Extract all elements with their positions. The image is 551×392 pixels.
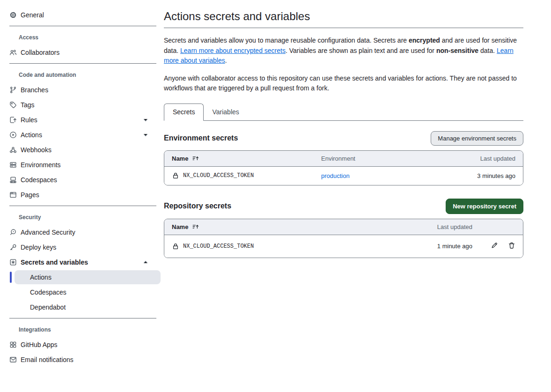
- sidebar-item-environments[interactable]: Environments: [0, 157, 164, 172]
- sidebar-item-label: Environments: [21, 161, 61, 169]
- gear-icon: [9, 11, 17, 19]
- sidebar-item-label: Dependabot: [30, 303, 66, 311]
- sidebar-section-security: Security: [19, 214, 164, 221]
- rules-icon: [9, 116, 17, 124]
- text-segment: . Variables are shown as plain text and …: [286, 47, 436, 54]
- sidebar-item-label: Deploy keys: [21, 244, 56, 251]
- column-header-name[interactable]: Name: [172, 155, 321, 162]
- lock-icon: [172, 172, 179, 179]
- sidebar-item-general[interactable]: General: [0, 7, 164, 22]
- secret-name: NX_CLOUD_ACCESS_TOKEN: [183, 172, 254, 179]
- sidebar-item-label: Email notifications: [21, 356, 73, 363]
- sidebar-item-label: Codespaces: [30, 288, 66, 296]
- server-icon: [9, 161, 17, 169]
- sidebar-item-codespaces[interactable]: Codespaces: [0, 172, 164, 187]
- divider: [9, 63, 156, 64]
- divider: [9, 26, 156, 26]
- sidebar-subitem-codespaces[interactable]: Codespaces: [0, 285, 164, 300]
- last-updated: 1 minute ago: [402, 243, 472, 250]
- sidebar-item-secrets-and-variables[interactable]: Secrets and variables: [0, 255, 164, 270]
- column-label: Name: [172, 223, 188, 230]
- sidebar-item-tags[interactable]: Tags: [0, 97, 164, 112]
- table-header-row: Name Environment Last updated: [164, 151, 523, 167]
- table-row: NX_CLOUD_ACCESS_TOKEN 1 minute ago: [164, 235, 523, 258]
- sidebar-section-access: Access: [19, 34, 164, 41]
- text-segment: .: [225, 57, 227, 64]
- mail-icon: [9, 356, 17, 363]
- intro-paragraph: Secrets and variables allow you to manag…: [164, 36, 523, 66]
- git-branch-icon: [9, 86, 17, 94]
- sidebar-item-rules[interactable]: Rules: [0, 112, 164, 127]
- sidebar-item-label: Secrets and variables: [21, 259, 88, 266]
- sidebar-item-label: Pages: [21, 191, 39, 199]
- secret-name: NX_CLOUD_ACCESS_TOKEN: [183, 243, 254, 250]
- environment-secrets-table: Name Environment Last updated NX_CLOUD_A…: [164, 150, 523, 185]
- sidebar-section-integrations: Integrations: [19, 326, 164, 333]
- lock-icon: [172, 243, 179, 250]
- text-segment: Secrets and variables allow you to manag…: [164, 37, 409, 44]
- environment-secrets-heading: Environment secrets: [164, 134, 238, 142]
- sidebar-item-branches[interactable]: Branches: [0, 82, 164, 97]
- sidebar-section-code-and-automation: Code and automation: [19, 71, 164, 79]
- edit-secret-button[interactable]: [491, 242, 498, 251]
- sidebar-item-label: General: [21, 11, 44, 19]
- sidebar-item-label: Rules: [21, 116, 37, 124]
- sidebar-item-label: Branches: [21, 86, 48, 94]
- chevron-down-icon: [142, 116, 149, 125]
- settings-sidebar: General Access Collaborators Code and au…: [0, 0, 164, 367]
- sidebar-subitem-dependabot[interactable]: Dependabot: [0, 300, 164, 315]
- last-updated: 3 minutes ago: [477, 172, 515, 179]
- sidebar-item-deploy-keys[interactable]: Deploy keys: [0, 240, 164, 255]
- sidebar-item-label: Collaborators: [21, 49, 59, 56]
- text-segment-bold: encrypted: [409, 37, 440, 44]
- sidebar-item-github-apps[interactable]: GitHub Apps: [0, 337, 164, 352]
- sidebar-item-label: Tags: [21, 101, 35, 109]
- table-row: NX_CLOUD_ACCESS_TOKEN production 3 minut…: [164, 167, 523, 185]
- divider: [9, 318, 156, 318]
- key-icon: [9, 244, 17, 251]
- page-title: Actions secrets and variables: [164, 9, 523, 23]
- text-segment-bold: non-sensitive: [436, 47, 478, 54]
- encrypted-secrets-link[interactable]: Learn more about encrypted secrets: [180, 47, 286, 54]
- text-segment: data.: [478, 47, 497, 54]
- chevron-down-icon: [142, 131, 149, 140]
- main-content: Actions secrets and variables Secrets an…: [164, 0, 523, 258]
- sidebar-item-label: Codespaces: [21, 176, 57, 184]
- sidebar-item-label: Advanced Security: [21, 229, 75, 236]
- sidebar-item-actions[interactable]: Actions: [0, 127, 164, 142]
- tab-variables[interactable]: Variables: [204, 104, 247, 120]
- codescan-icon: [9, 229, 17, 236]
- environment-link[interactable]: production: [321, 172, 350, 179]
- sidebar-item-webhooks[interactable]: Webhooks: [0, 142, 164, 157]
- sort-ascending-icon: [192, 155, 199, 162]
- sidebar-item-pages[interactable]: Pages: [0, 187, 164, 202]
- title-divider: [164, 28, 523, 28]
- divider: [9, 206, 156, 206]
- browser-icon: [9, 191, 17, 199]
- column-header-last-updated: Last updated: [402, 223, 472, 230]
- repository-secrets-table: Name Last updated NX_CLOUD_ACCESS_TOKEN …: [164, 219, 523, 258]
- column-header-name[interactable]: Name: [172, 223, 402, 230]
- tag-icon: [9, 101, 17, 109]
- manage-environment-secrets-button[interactable]: Manage environment secrets: [431, 131, 523, 146]
- sidebar-subitem-actions[interactable]: Actions: [15, 270, 161, 284]
- chevron-up-icon: [142, 259, 149, 267]
- sidebar-item-email-notifications[interactable]: Email notifications: [0, 352, 164, 367]
- column-header-environment: Environment: [321, 155, 480, 162]
- sidebar-item-label: Actions: [21, 131, 42, 139]
- sidebar-item-advanced-security[interactable]: Advanced Security: [0, 225, 164, 240]
- asterisk-box-icon: [9, 259, 17, 266]
- environment-secrets-section: Environment secrets Manage environment s…: [164, 131, 523, 185]
- trash-icon: [508, 242, 515, 249]
- delete-secret-button[interactable]: [508, 242, 515, 251]
- apps-grid-icon: [9, 341, 17, 348]
- play-circle-icon: [9, 131, 17, 139]
- table-header-row: Name Last updated: [164, 219, 523, 235]
- column-label: Name: [172, 155, 188, 162]
- tab-secrets[interactable]: Secrets: [164, 104, 204, 121]
- pencil-icon: [491, 242, 498, 249]
- sidebar-item-collaborators[interactable]: Collaborators: [0, 45, 164, 60]
- collaborator-note: Anyone with collaborator access to this …: [164, 74, 523, 94]
- sidebar-item-label: Webhooks: [21, 146, 51, 154]
- new-repository-secret-button[interactable]: New repository secret: [446, 199, 523, 214]
